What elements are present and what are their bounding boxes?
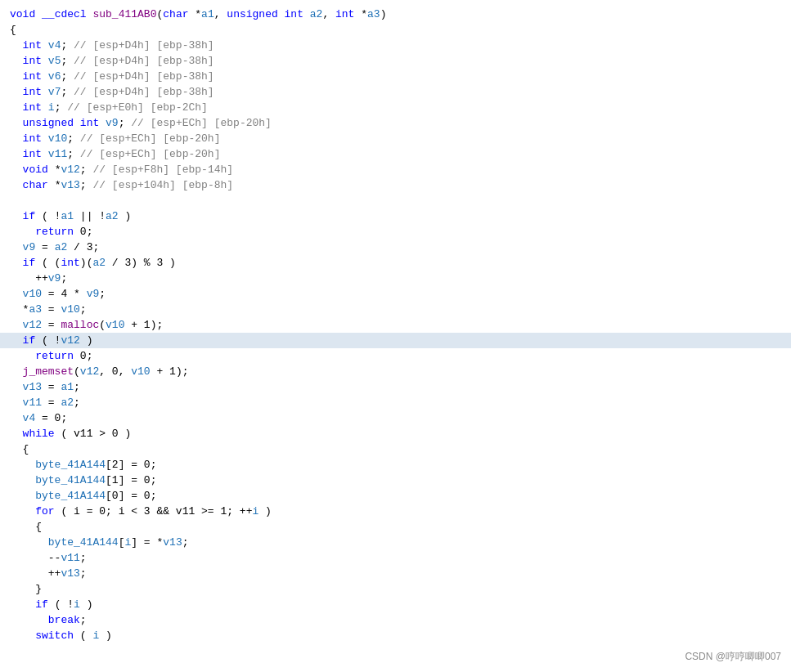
code-line: byte_41A144[0] = 0; [0,488,791,504]
code-line: { [0,519,791,535]
code-line: *a3 = v10; [0,302,791,317]
code-line: if ( (int)(a2 / 3) % 3 ) [0,255,791,271]
code-line: while ( v11 > 0 ) [0,426,791,441]
code-line: ++v13; [0,566,791,581]
code-line: v4 = 0; [0,410,791,426]
code-line: v12 = malloc(v10 + 1); [0,317,791,333]
code-line: break; [0,612,791,628]
code-line: byte_41A144[2] = 0; [0,457,791,473]
code-line: { [0,22,791,38]
code-line: --v11; [0,550,791,566]
code-line: int v11; // [esp+ECh] [ebp-20h] [0,146,791,162]
code-line: return 0; [0,224,791,240]
code-line: v13 = a1; [0,379,791,395]
watermark: CSDN @哼哼唧唧007 [685,650,781,664]
code-viewer: void __cdecl sub_411AB0(char *a1, unsign… [0,0,791,672]
code-line: { [0,441,791,457]
code-line: byte_41A144[i] = *v13; [0,535,791,550]
code-line: switch ( i ) [0,628,791,643]
code-line: v11 = a2; [0,395,791,410]
code-line: return 0; [0,348,791,364]
code-line: void __cdecl sub_411AB0(char *a1, unsign… [0,7,791,22]
code-line: int v7; // [esp+D4h] [ebp-38h] [0,84,791,100]
code-content: void __cdecl sub_411AB0(char *a1, unsign… [0,7,791,643]
code-line: j_memset(v12, 0, v10 + 1); [0,364,791,379]
code-line: int i; // [esp+E0h] [ebp-2Ch] [0,100,791,115]
code-line: ++v9; [0,271,791,286]
code-line: int v10; // [esp+ECh] [ebp-20h] [0,131,791,146]
code-line: char *v13; // [esp+104h] [ebp-8h] [0,177,791,193]
code-line: for ( i = 0; i < 3 && v11 >= 1; ++i ) [0,504,791,519]
code-line: if ( !a1 || !a2 ) [0,208,791,224]
code-line: v9 = a2 / 3; [0,240,791,255]
code-line: if ( !v12 ) [0,333,791,348]
code-line: if ( !i ) [0,597,791,612]
code-line: int v6; // [esp+D4h] [ebp-38h] [0,69,791,84]
code-line: int v4; // [esp+D4h] [ebp-38h] [0,38,791,53]
code-line [0,193,791,208]
code-line: unsigned int v9; // [esp+ECh] [ebp-20h] [0,115,791,131]
code-line: byte_41A144[1] = 0; [0,473,791,488]
code-line: int v5; // [esp+D4h] [ebp-38h] [0,53,791,69]
code-line: v10 = 4 * v9; [0,286,791,302]
code-line: void *v12; // [esp+F8h] [ebp-14h] [0,162,791,177]
code-line: } [0,581,791,597]
